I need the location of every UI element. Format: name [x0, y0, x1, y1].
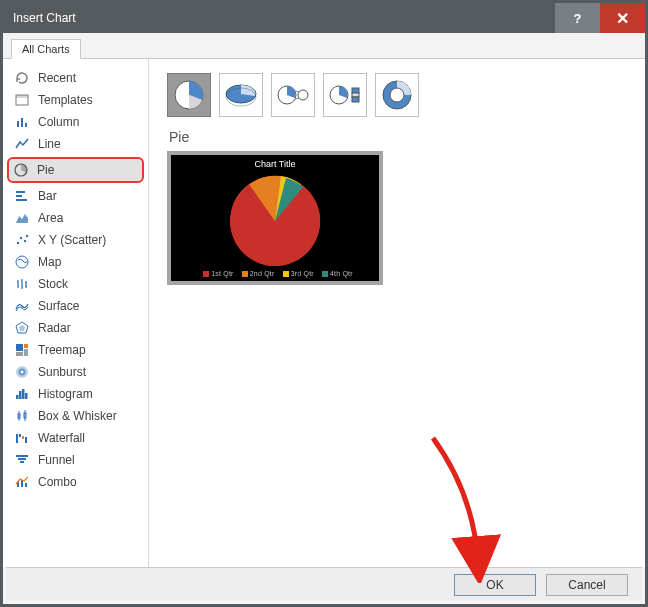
sunburst-icon — [14, 364, 30, 380]
svg-point-11 — [24, 240, 26, 242]
svg-rect-1 — [16, 95, 28, 98]
svg-rect-31 — [16, 434, 18, 443]
svg-point-22 — [21, 371, 24, 374]
svg-point-13 — [16, 256, 28, 268]
sidebar-item-map[interactable]: Map — [9, 251, 142, 273]
sidebar-item-label: Bar — [38, 189, 57, 203]
svg-rect-36 — [18, 458, 26, 460]
column-icon — [14, 114, 30, 130]
svg-rect-3 — [21, 118, 23, 127]
svg-rect-26 — [25, 393, 28, 399]
sidebar-item-line[interactable]: Line — [9, 133, 142, 155]
svg-marker-15 — [19, 325, 25, 331]
svg-rect-25 — [22, 389, 25, 399]
sidebar-item-sunburst[interactable]: Sunburst — [9, 361, 142, 383]
svg-rect-51 — [352, 97, 359, 102]
area-icon — [14, 210, 30, 226]
sidebar-item-pie[interactable]: Pie — [7, 157, 144, 183]
close-button[interactable]: ✕ — [600, 3, 645, 33]
cancel-button[interactable]: Cancel — [546, 574, 628, 596]
tab-strip: All Charts — [3, 33, 645, 59]
preview-chart-title: Chart Title — [171, 155, 379, 169]
subtype-pie-of-pie[interactable] — [271, 73, 315, 117]
waterfall-icon — [14, 430, 30, 446]
sidebar-item-histogram[interactable]: Histogram — [9, 383, 142, 405]
sidebar-item-label: Histogram — [38, 387, 93, 401]
scatter-icon — [14, 232, 30, 248]
sidebar-item-label: Treemap — [38, 343, 86, 357]
svg-point-9 — [17, 242, 19, 244]
sidebar-item-column[interactable]: Column — [9, 111, 142, 133]
svg-rect-7 — [16, 195, 22, 197]
sidebar-item-label: Radar — [38, 321, 71, 335]
sidebar-item-label: Sunburst — [38, 365, 86, 379]
svg-rect-17 — [24, 344, 28, 348]
sidebar-item-label: Combo — [38, 475, 77, 489]
combo-icon — [14, 474, 30, 490]
main-panel: Pie Chart Title — [148, 59, 645, 567]
sidebar-item-label: Area — [38, 211, 63, 225]
subtype-bar-of-pie[interactable] — [323, 73, 367, 117]
dialog-footer: OK Cancel — [6, 567, 642, 601]
chart-preview[interactable]: Chart Title 1s — [167, 151, 383, 285]
sidebar-item-templates[interactable]: Templates — [9, 89, 142, 111]
sidebar-item-label: Recent — [38, 71, 76, 85]
svg-rect-4 — [25, 123, 27, 127]
svg-rect-16 — [16, 344, 23, 351]
svg-rect-23 — [16, 395, 19, 399]
sidebar-item-area[interactable]: Area — [9, 207, 142, 229]
title-bar: Insert Chart ? ✕ — [3, 3, 645, 33]
svg-rect-49 — [352, 88, 359, 93]
subtype-3d-pie[interactable] — [219, 73, 263, 117]
sidebar-item-label: Funnel — [38, 453, 75, 467]
dialog-window: Insert Chart ? ✕ All Charts Recent Templ… — [0, 0, 648, 607]
radar-icon — [14, 320, 30, 336]
svg-rect-50 — [352, 93, 359, 97]
svg-point-12 — [26, 235, 28, 237]
sidebar-item-boxwhisker[interactable]: Box & Whisker — [9, 405, 142, 427]
sidebar-item-label: Map — [38, 255, 61, 269]
svg-point-53 — [390, 88, 404, 102]
bar-icon — [14, 188, 30, 204]
help-button[interactable]: ? — [555, 3, 600, 33]
sidebar-item-label: X Y (Scatter) — [38, 233, 106, 247]
svg-rect-32 — [19, 434, 21, 437]
subtype-doughnut[interactable] — [375, 73, 419, 117]
sidebar-item-treemap[interactable]: Treemap — [9, 339, 142, 361]
pie-icon — [13, 162, 29, 178]
sidebar-item-label: Pie — [37, 163, 54, 177]
preview-pie-graphic — [225, 171, 325, 271]
preview-legend: 1st Qtr 2nd Qtr 3rd Qtr 4th Qtr — [171, 270, 379, 277]
sidebar-item-waterfall[interactable]: Waterfall — [9, 427, 142, 449]
pie-subtype-row — [167, 73, 627, 117]
svg-rect-2 — [17, 121, 19, 127]
sidebar-item-scatter[interactable]: X Y (Scatter) — [9, 229, 142, 251]
sidebar-item-surface[interactable]: Surface — [9, 295, 142, 317]
sidebar-item-label: Templates — [38, 93, 93, 107]
sidebar-item-bar[interactable]: Bar — [9, 185, 142, 207]
sidebar-item-funnel[interactable]: Funnel — [9, 449, 142, 471]
svg-rect-33 — [22, 436, 24, 439]
sidebar-item-radar[interactable]: Radar — [9, 317, 142, 339]
treemap-icon — [14, 342, 30, 358]
sidebar-item-label: Box & Whisker — [38, 409, 117, 423]
sidebar-item-label: Column — [38, 115, 79, 129]
sidebar-item-stock[interactable]: Stock — [9, 273, 142, 295]
svg-rect-19 — [16, 352, 23, 356]
sidebar-item-recent[interactable]: Recent — [9, 67, 142, 89]
section-title: Pie — [169, 129, 627, 145]
tab-all-charts[interactable]: All Charts — [11, 39, 81, 59]
stock-icon — [14, 276, 30, 292]
surface-icon — [14, 298, 30, 314]
sidebar-item-label: Stock — [38, 277, 68, 291]
ok-button[interactable]: OK — [454, 574, 536, 596]
svg-rect-34 — [25, 437, 27, 443]
subtype-pie[interactable] — [167, 73, 211, 117]
boxwhisker-icon — [14, 408, 30, 424]
sidebar-item-combo[interactable]: Combo — [9, 471, 142, 493]
svg-rect-8 — [16, 199, 27, 201]
chart-category-list: Recent Templates Column Line — [3, 59, 148, 567]
svg-rect-24 — [19, 391, 22, 399]
templates-icon — [14, 92, 30, 108]
window-title: Insert Chart — [3, 11, 555, 25]
